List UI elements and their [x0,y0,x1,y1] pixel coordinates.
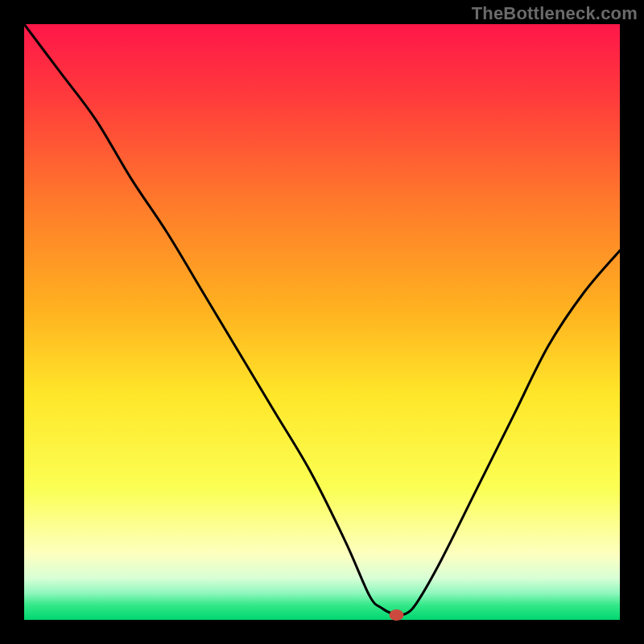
watermark-label: TheBottleneck.com [472,3,638,24]
chart-container: TheBottleneck.com [0,0,644,644]
bottleneck-chart [0,0,644,644]
optimal-marker [390,609,404,621]
plot-area [24,24,620,620]
